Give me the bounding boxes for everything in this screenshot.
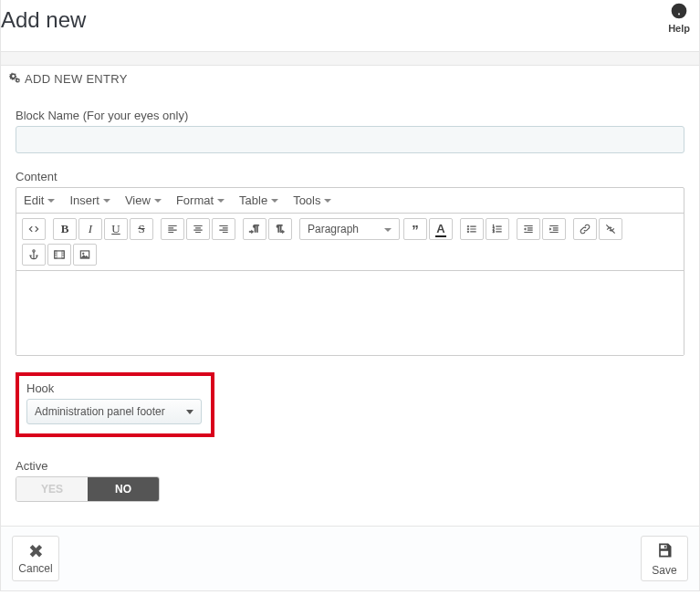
editor-menubar: Edit Insert View Format Table Tools bbox=[16, 188, 684, 214]
italic-button[interactable]: I bbox=[78, 218, 102, 240]
blockquote-button[interactable]: ” bbox=[403, 218, 427, 240]
active-toggle[interactable]: YES NO bbox=[16, 476, 160, 502]
header-gap bbox=[0, 52, 700, 65]
svg-point-6 bbox=[33, 250, 35, 252]
underline-button[interactable]: U bbox=[104, 218, 128, 240]
close-icon: ✖ bbox=[28, 542, 44, 560]
toggle-no[interactable]: NO bbox=[88, 477, 159, 501]
field-block-name: Block Name (For your eyes only) bbox=[16, 109, 684, 153]
panel-footer: ✖ Cancel Save bbox=[1, 526, 699, 590]
caret-icon bbox=[103, 199, 110, 203]
content-label: Content bbox=[16, 170, 684, 183]
help-icon bbox=[668, 2, 690, 23]
caret-icon bbox=[154, 199, 162, 203]
field-hook: Hook Administration panel footer bbox=[16, 372, 214, 437]
svg-text:3: 3 bbox=[493, 230, 495, 234]
chevron-down-icon bbox=[186, 410, 193, 414]
bullet-list-button[interactable] bbox=[460, 218, 484, 240]
page-header: Add new Help bbox=[0, 0, 700, 52]
svg-point-1 bbox=[467, 228, 469, 230]
menu-tools[interactable]: Tools bbox=[293, 193, 331, 207]
caret-icon bbox=[271, 199, 278, 203]
field-content: Content Edit Insert View Format Table To… bbox=[16, 170, 684, 356]
cancel-label: Cancel bbox=[18, 562, 52, 575]
svg-point-0 bbox=[467, 225, 469, 227]
source-code-button[interactable] bbox=[22, 218, 46, 240]
ltr-button[interactable] bbox=[243, 218, 266, 240]
save-icon bbox=[655, 541, 674, 562]
anchor-button[interactable] bbox=[22, 244, 46, 266]
align-center-button[interactable] bbox=[186, 218, 210, 240]
svg-point-2 bbox=[467, 231, 469, 233]
panel-add-new-entry: ADD NEW ENTRY Block Name (For your eyes … bbox=[0, 65, 700, 591]
align-right-button[interactable] bbox=[212, 218, 235, 240]
menu-insert[interactable]: Insert bbox=[69, 193, 110, 207]
indent-button[interactable] bbox=[542, 218, 566, 240]
hook-select-value: Administration panel footer bbox=[35, 405, 165, 418]
editor-content-area[interactable] bbox=[16, 271, 684, 355]
page-title: Add new bbox=[1, 7, 695, 33]
cancel-button[interactable]: ✖ Cancel bbox=[12, 536, 59, 581]
svg-point-11 bbox=[82, 253, 84, 255]
toggle-yes[interactable]: YES bbox=[16, 477, 88, 501]
save-label: Save bbox=[652, 564, 676, 577]
rtl-button[interactable] bbox=[268, 218, 292, 240]
image-button[interactable] bbox=[73, 244, 97, 266]
menu-format[interactable]: Format bbox=[176, 193, 225, 207]
numbered-list-button[interactable]: 123 bbox=[486, 218, 509, 240]
align-left-button[interactable] bbox=[161, 218, 184, 240]
svg-rect-7 bbox=[55, 251, 65, 258]
gears-icon bbox=[8, 71, 21, 87]
panel-body: Block Name (For your eyes only) Content … bbox=[1, 92, 699, 526]
media-button[interactable] bbox=[47, 244, 71, 266]
menu-table[interactable]: Table bbox=[239, 193, 278, 207]
caret-icon bbox=[324, 199, 331, 203]
block-format-select[interactable]: Paragraph bbox=[299, 218, 400, 240]
hook-select[interactable]: Administration panel footer bbox=[26, 399, 202, 424]
block-name-input[interactable] bbox=[16, 126, 684, 153]
hook-label: Hook bbox=[26, 381, 204, 395]
bold-button[interactable]: B bbox=[53, 218, 77, 240]
outdent-button[interactable] bbox=[517, 218, 540, 240]
block-format-value: Paragraph bbox=[308, 223, 359, 235]
save-button[interactable]: Save bbox=[641, 536, 688, 581]
text-color-button[interactable]: A bbox=[429, 218, 453, 240]
panel-heading-text: ADD NEW ENTRY bbox=[25, 72, 128, 86]
field-active: Active YES NO bbox=[16, 459, 684, 502]
caret-icon bbox=[384, 228, 392, 232]
active-label: Active bbox=[16, 459, 684, 473]
menu-view[interactable]: View bbox=[125, 193, 162, 207]
unlink-button[interactable] bbox=[599, 218, 622, 240]
strikethrough-button[interactable]: S bbox=[130, 218, 153, 240]
editor-toolbar: B I U S Paragraph bbox=[16, 214, 684, 271]
link-button[interactable] bbox=[573, 218, 597, 240]
caret-icon bbox=[217, 199, 225, 203]
menu-edit[interactable]: Edit bbox=[24, 193, 55, 207]
help-label: Help bbox=[668, 23, 690, 34]
block-name-label: Block Name (For your eyes only) bbox=[16, 109, 684, 122]
rich-text-editor: Edit Insert View Format Table Tools B I … bbox=[16, 187, 684, 356]
caret-icon bbox=[47, 199, 55, 203]
help-button[interactable]: Help bbox=[668, 2, 690, 34]
panel-heading: ADD NEW ENTRY bbox=[1, 66, 699, 92]
